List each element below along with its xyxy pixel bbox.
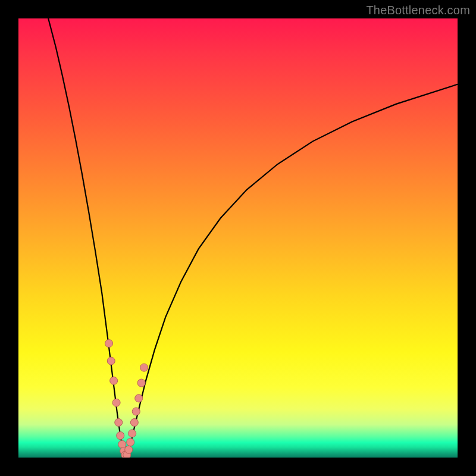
watermark-text: TheBottleneck.com (366, 4, 470, 17)
data-marker (140, 364, 148, 371)
data-marker (130, 418, 138, 426)
marker-layer (105, 340, 148, 458)
data-marker (115, 418, 123, 426)
left-branch-curve (48, 18, 125, 455)
data-marker (110, 377, 118, 384)
data-marker (117, 432, 124, 440)
data-marker (132, 408, 140, 415)
data-marker (107, 357, 115, 365)
right-branch-curve (127, 84, 458, 456)
data-marker (137, 379, 145, 387)
data-marker (105, 340, 113, 347)
data-marker (112, 399, 120, 406)
data-marker (125, 446, 133, 453)
plot-area (18, 18, 458, 458)
data-marker (127, 439, 134, 446)
chart-svg (18, 18, 458, 458)
outer-frame: TheBottleneck.com (0, 0, 476, 476)
data-marker (129, 430, 136, 437)
data-marker (135, 394, 143, 402)
curve-layer (48, 18, 458, 455)
